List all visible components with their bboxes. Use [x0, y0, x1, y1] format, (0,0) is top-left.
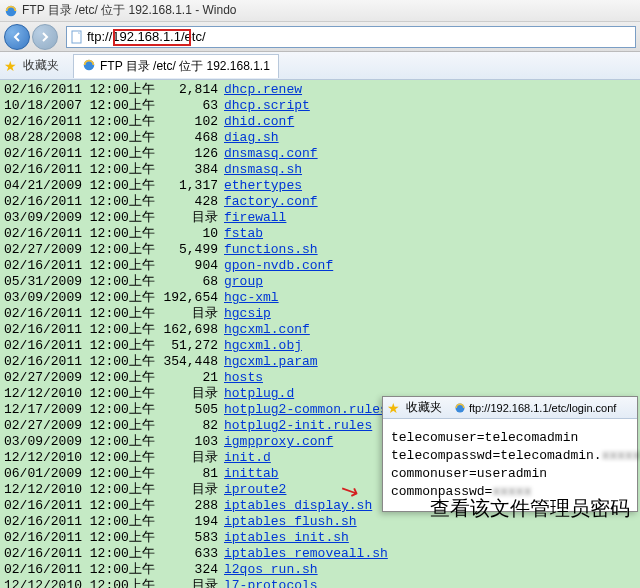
file-link[interactable]: dhid.conf	[224, 114, 294, 129]
file-link[interactable]: hgcsip	[224, 306, 271, 321]
file-size: 63	[154, 98, 218, 114]
url-input[interactable]	[87, 29, 635, 44]
listing-row: 02/16/2011 12:00上午126dnsmasq.conf	[4, 146, 636, 162]
file-link[interactable]: hotplug2-init.rules	[224, 418, 372, 433]
favorites-star-icon[interactable]: ★	[4, 58, 17, 74]
file-link[interactable]: iptables_init.sh	[224, 530, 349, 545]
listing-row: 02/16/2011 12:00上午384dnsmasq.sh	[4, 162, 636, 178]
file-date: 02/16/2011 12:00上午	[4, 114, 154, 130]
file-size: 354,448	[154, 354, 218, 370]
file-link[interactable]: dhcp.renew	[224, 82, 302, 97]
back-button[interactable]	[4, 24, 30, 50]
file-link[interactable]: iproute2	[224, 482, 286, 497]
file-date: 05/31/2009 12:00上午	[4, 274, 154, 290]
listing-row: 04/21/2009 12:00上午1,317ethertypes	[4, 178, 636, 194]
file-date: 12/12/2010 12:00上午	[4, 578, 154, 588]
popup-tab[interactable]: ftp://192.168.1.1/etc/login.conf	[454, 402, 616, 414]
file-link[interactable]: igmpproxy.conf	[224, 434, 333, 449]
file-link[interactable]: factory.conf	[224, 194, 318, 209]
file-link[interactable]: hgcxml.param	[224, 354, 318, 369]
popup-favorites-bar: ★ 收藏夹 ftp://192.168.1.1/etc/login.conf	[383, 397, 637, 419]
file-size: 81	[154, 466, 218, 482]
file-date: 02/16/2011 12:00上午	[4, 514, 154, 530]
file-size: 288	[154, 498, 218, 514]
file-date: 02/27/2009 12:00上午	[4, 242, 154, 258]
listing-row: 02/16/2011 12:00上午904gpon-nvdb.conf	[4, 258, 636, 274]
file-size: 5,499	[154, 242, 218, 258]
file-date: 02/16/2011 12:00上午	[4, 194, 154, 210]
listing-row: 02/27/2009 12:00上午21hosts	[4, 370, 636, 386]
listing-row: 02/16/2011 12:00上午583iptables_init.sh	[4, 530, 636, 546]
listing-row: 02/16/2011 12:00上午324l2qos_run.sh	[4, 562, 636, 578]
file-link[interactable]: iptables_flush.sh	[224, 514, 357, 529]
listing-row: 03/09/2009 12:00上午目录firewall	[4, 210, 636, 226]
file-link[interactable]: dnsmasq.sh	[224, 162, 302, 177]
listing-row: 02/16/2011 12:00上午354,448hgcxml.param	[4, 354, 636, 370]
file-link[interactable]: dhcp.script	[224, 98, 310, 113]
listing-row: 02/16/2011 12:00上午10fstab	[4, 226, 636, 242]
file-link[interactable]: iptables_removeall.sh	[224, 546, 388, 561]
file-link[interactable]: functions.sh	[224, 242, 318, 257]
file-date: 02/27/2009 12:00上午	[4, 370, 154, 386]
file-link[interactable]: diag.sh	[224, 130, 279, 145]
file-date: 02/16/2011 12:00上午	[4, 146, 154, 162]
ie-icon	[82, 58, 96, 75]
window-title: FTP 目录 /etc/ 位于 192.168.1.1 - Windo	[22, 2, 237, 19]
file-link[interactable]: hosts	[224, 370, 263, 385]
listing-row: 02/16/2011 12:00上午428factory.conf	[4, 194, 636, 210]
file-date: 02/16/2011 12:00上午	[4, 498, 154, 514]
file-link[interactable]: l2qos_run.sh	[224, 562, 318, 577]
file-size: 468	[154, 130, 218, 146]
file-link[interactable]: hotplug.d	[224, 386, 294, 401]
favorites-star-icon[interactable]: ★	[387, 400, 400, 416]
listing-row: 02/16/2011 12:00上午162,698hgcxml.conf	[4, 322, 636, 338]
file-link[interactable]: firewall	[224, 210, 286, 225]
browser-tab[interactable]: FTP 目录 /etc/ 位于 192.168.1.1	[73, 54, 279, 78]
popup-url-label: ftp://192.168.1.1/etc/login.conf	[469, 402, 616, 414]
file-size: 194	[154, 514, 218, 530]
favorites-bar: ★ 收藏夹 FTP 目录 /etc/ 位于 192.168.1.1	[0, 52, 640, 80]
file-date: 02/16/2011 12:00上午	[4, 338, 154, 354]
file-link[interactable]: gpon-nvdb.conf	[224, 258, 333, 273]
dir-label: 目录	[154, 306, 218, 322]
file-size: 505	[154, 402, 218, 418]
file-link[interactable]: group	[224, 274, 263, 289]
address-bar[interactable]	[66, 26, 636, 48]
file-link[interactable]: hgcxml.conf	[224, 322, 310, 337]
file-date: 02/16/2011 12:00上午	[4, 82, 154, 98]
file-link[interactable]: inittab	[224, 466, 279, 481]
window-titlebar: FTP 目录 /etc/ 位于 192.168.1.1 - Windo	[0, 0, 640, 22]
file-size: 633	[154, 546, 218, 562]
ie-icon	[454, 402, 466, 414]
file-date: 02/16/2011 12:00上午	[4, 226, 154, 242]
file-date: 02/16/2011 12:00上午	[4, 322, 154, 338]
file-size: 1,317	[154, 178, 218, 194]
listing-row: 02/27/2009 12:00上午5,499functions.sh	[4, 242, 636, 258]
file-date: 10/18/2007 12:00上午	[4, 98, 154, 114]
file-link[interactable]: hgcxml.obj	[224, 338, 302, 353]
file-size: 428	[154, 194, 218, 210]
file-size: 192,654	[154, 290, 218, 306]
file-date: 02/16/2011 12:00上午	[4, 546, 154, 562]
config-line: telecomuser=telecomadmin	[391, 429, 629, 447]
file-link[interactable]: hotplug2-common.rules	[224, 402, 388, 417]
file-size: 162,698	[154, 322, 218, 338]
file-size: 583	[154, 530, 218, 546]
tab-label: FTP 目录 /etc/ 位于 192.168.1.1	[100, 58, 270, 75]
file-date: 02/27/2009 12:00上午	[4, 418, 154, 434]
file-date: 02/16/2011 12:00上午	[4, 530, 154, 546]
file-link[interactable]: fstab	[224, 226, 263, 241]
file-link[interactable]: init.d	[224, 450, 271, 465]
file-date: 12/17/2009 12:00上午	[4, 402, 154, 418]
file-link[interactable]: hgc-xml	[224, 290, 279, 305]
file-date: 02/16/2011 12:00上午	[4, 258, 154, 274]
listing-row: 03/09/2009 12:00上午192,654hgc-xml	[4, 290, 636, 306]
file-size: 102	[154, 114, 218, 130]
file-link[interactable]: dnsmasq.conf	[224, 146, 318, 161]
forward-button[interactable]	[32, 24, 58, 50]
file-link[interactable]: ethertypes	[224, 178, 302, 193]
listing-row: 10/18/2007 12:00上午63dhcp.script	[4, 98, 636, 114]
file-link[interactable]: l7-protocols	[224, 578, 318, 588]
dir-label: 目录	[154, 578, 218, 588]
file-date: 12/12/2010 12:00上午	[4, 386, 154, 402]
